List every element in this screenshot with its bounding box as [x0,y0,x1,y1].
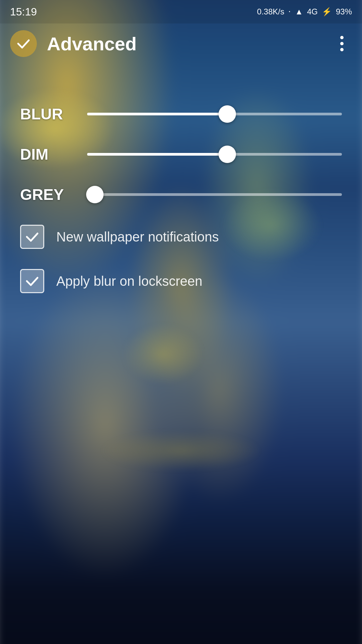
more-menu-button[interactable] [332,34,352,54]
app-bar: Advanced [0,23,362,64]
bluetooth-icon: ⋅ [288,7,291,16]
blur-slider-row: BLUR [20,104,342,124]
blur-lockscreen-row: Apply blur on lockscreen [20,269,342,293]
dim-fill [87,153,227,156]
grey-thumb[interactable] [86,186,104,203]
more-vertical-icon [340,36,344,51]
blur-lockscreen-checkbox[interactable] [20,269,44,293]
blur-track [87,113,342,115]
status-icons: 0.38K/s ⋅ ▲ 4G ⚡ 93% [257,7,352,16]
check-icon-checkbox2 [25,274,40,288]
page-title: Advanced [47,33,332,55]
battery-icon: ⚡ [322,7,332,16]
blur-fill [87,113,227,115]
wallpaper-notifications-checkbox[interactable] [20,225,44,249]
blur-thumb[interactable] [219,105,236,123]
dim-label: DIM [20,145,87,163]
status-time: 15:19 [10,6,37,18]
signal-icon: ▲ [295,7,303,16]
grey-track [87,193,342,196]
check-icon-checkbox1 [25,229,40,244]
checkbox-section: New wallpaper notifications Apply blur o… [20,225,342,293]
wallpaper-notifications-row: New wallpaper notifications [20,225,342,249]
screen: 15:19 0.38K/s ⋅ ▲ 4G ⚡ 93% Advanced [0,0,362,644]
battery-level: 93% [336,7,352,16]
confirm-button[interactable] [10,30,37,57]
blur-slider[interactable] [87,104,342,124]
grey-slider-row: GREY [20,184,342,205]
dim-slider-row: DIM [20,144,342,164]
blur-lockscreen-label: Apply blur on lockscreen [56,274,202,289]
grey-slider[interactable] [87,184,342,205]
dim-thumb[interactable] [219,146,236,163]
network-speed: 0.38K/s [257,7,284,16]
network-type: 4G [307,7,318,16]
settings-content: BLUR DIM GREY [0,64,362,333]
status-bar: 15:19 0.38K/s ⋅ ▲ 4G ⚡ 93% [0,0,362,23]
blur-label: BLUR [20,105,87,123]
grey-label: GREY [20,185,87,204]
wallpaper-notifications-label: New wallpaper notifications [56,229,219,245]
dim-slider[interactable] [87,144,342,164]
dim-track [87,153,342,156]
check-icon [16,36,31,51]
